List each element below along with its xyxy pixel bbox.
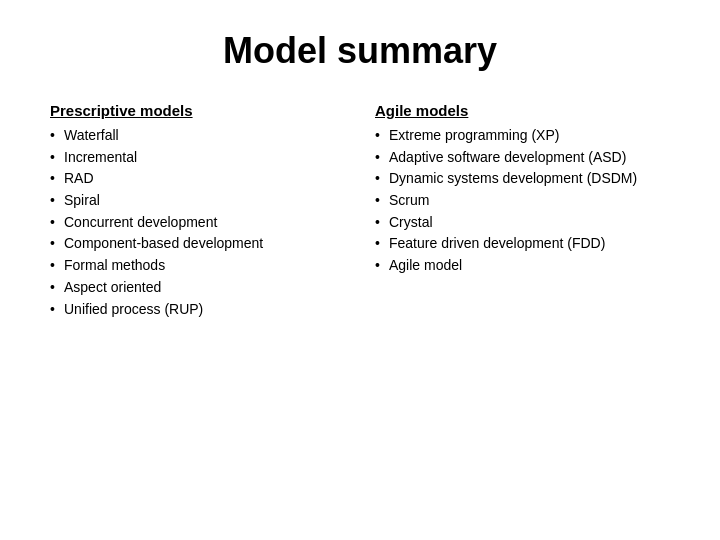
slide: Model summary Prescriptive models Waterf…	[0, 0, 720, 540]
list-item: Adaptive software development (ASD)	[375, 147, 670, 169]
list-item: Component-based development	[50, 233, 345, 255]
left-bullet-list: Waterfall Incremental RAD Spiral Concurr…	[50, 125, 345, 320]
list-item: Scrum	[375, 190, 670, 212]
list-item: Formal methods	[50, 255, 345, 277]
left-column-heading: Prescriptive models	[50, 102, 345, 119]
list-item: Spiral	[50, 190, 345, 212]
list-item: Feature driven development (FDD)	[375, 233, 670, 255]
slide-title: Model summary	[223, 30, 497, 72]
list-item: Aspect oriented	[50, 277, 345, 299]
list-item: Extreme programming (XP)	[375, 125, 670, 147]
list-item: RAD	[50, 168, 345, 190]
list-item: Incremental	[50, 147, 345, 169]
right-column-heading: Agile models	[375, 102, 670, 119]
list-item: Unified process (RUP)	[50, 299, 345, 321]
list-item: Waterfall	[50, 125, 345, 147]
left-column: Prescriptive models Waterfall Incrementa…	[50, 102, 345, 320]
right-column: Agile models Extreme programming (XP) Ad…	[375, 102, 670, 277]
list-item: Agile model	[375, 255, 670, 277]
list-item: Crystal	[375, 212, 670, 234]
content-columns: Prescriptive models Waterfall Incrementa…	[50, 102, 670, 320]
right-bullet-list: Extreme programming (XP) Adaptive softwa…	[375, 125, 670, 277]
list-item: Concurrent development	[50, 212, 345, 234]
list-item: Dynamic systems development (DSDM)	[375, 168, 670, 190]
